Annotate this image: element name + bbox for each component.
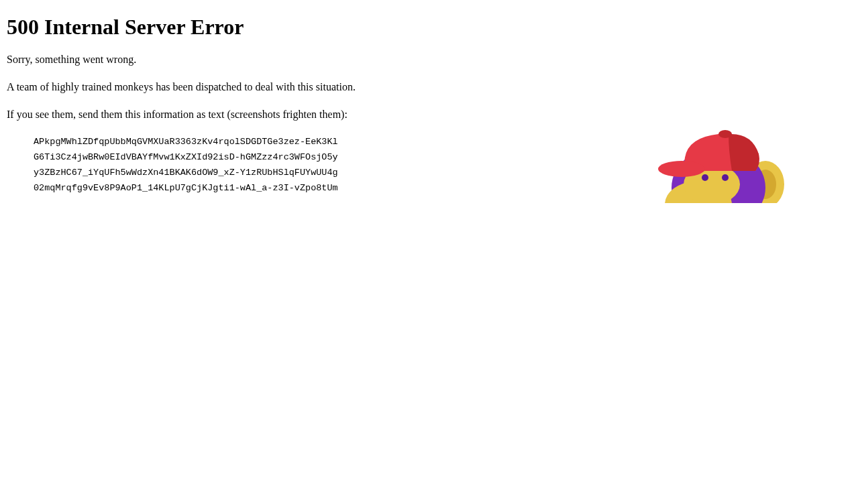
error-message-2: A team of highly trained monkeys has bee…: [7, 80, 849, 94]
svg-point-15: [722, 174, 729, 181]
svg-point-12: [658, 161, 705, 177]
error-heading: 500 Internal Server Error: [7, 15, 849, 40]
svg-point-13: [718, 130, 732, 138]
svg-point-14: [702, 174, 708, 181]
monkey-illustration: [621, 121, 843, 203]
error-message-1: Sorry, something went wrong.: [7, 53, 849, 67]
error-message-3: If you see them, send them this informat…: [7, 108, 849, 122]
